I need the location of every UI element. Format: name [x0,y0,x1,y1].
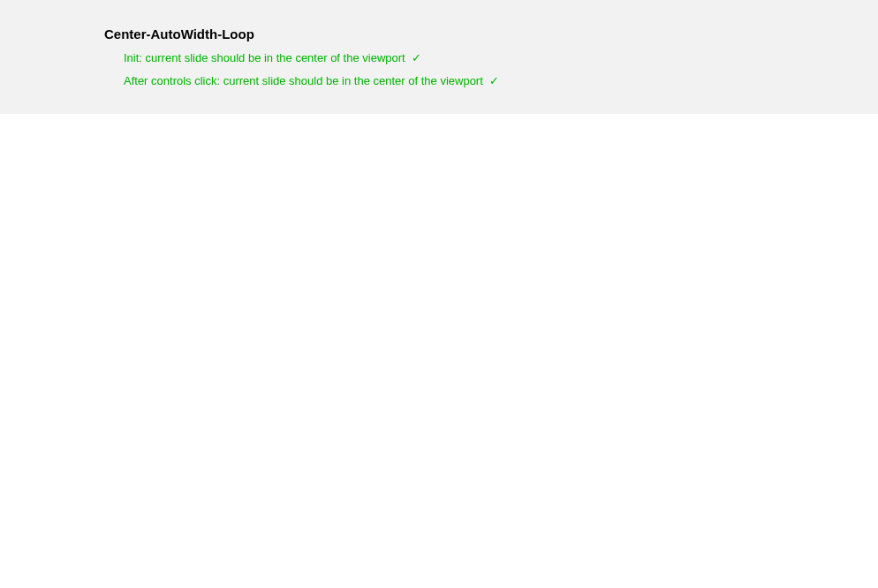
test-item: Init: current slide should be in the cen… [124,50,878,66]
test-label: Init: current slide should be in the cen… [124,51,405,64]
checkmark-icon: ✓ [489,74,499,87]
test-item: After controls click: current slide shou… [124,73,878,89]
test-content: Center-AutoWidth-Loop Init: current slid… [0,26,878,89]
test-label: After controls click: current slide shou… [124,74,483,87]
suite-title: Center-AutoWidth-Loop [104,26,878,41]
test-results-panel: Center-AutoWidth-Loop Init: current slid… [0,0,878,114]
checkmark-icon: ✓ [412,51,421,64]
